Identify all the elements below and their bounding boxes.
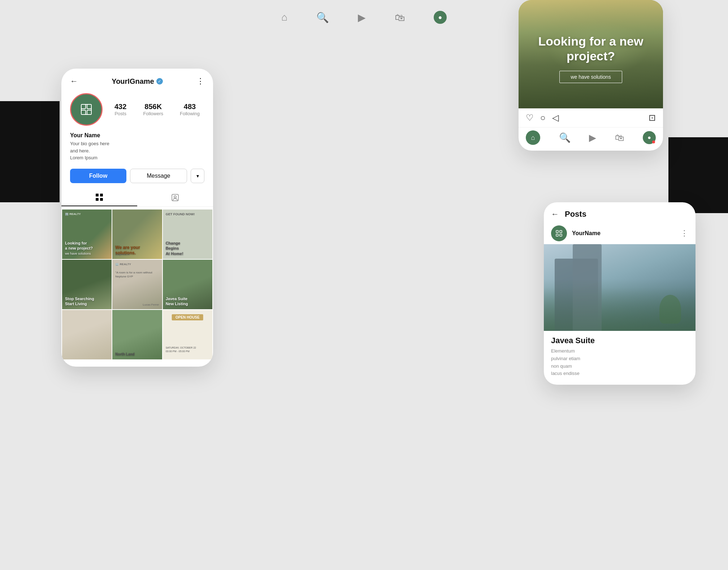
post-bottom-nav: ⌂ 🔍 ▶ 🛍 ● <box>519 127 663 151</box>
followers-label: Followers <box>143 111 163 116</box>
post-main-photo <box>544 244 696 331</box>
like-icon[interactable]: ♡ <box>526 113 534 123</box>
post-cta-button[interactable]: we have solutions <box>559 71 622 83</box>
grid-cell-4[interactable]: Stop SearchingStart Living <box>62 260 112 309</box>
svg-rect-3 <box>87 110 91 115</box>
posts-user-row: YourName ⋮ <box>544 223 696 244</box>
share-icon[interactable]: ◁ <box>552 113 559 123</box>
profile-bio: Your bio goes here and here. Lorem Ipsum <box>70 140 204 161</box>
grid-cell-1[interactable]: 🏢 REALTY Looking fora new project?we hav… <box>62 210 112 259</box>
grid-cell-2[interactable]: We are yoursolutions. Salpinua.in <box>112 210 162 259</box>
svg-rect-16 <box>556 234 558 236</box>
svg-point-13 <box>174 196 176 198</box>
profile-info: Your Name Your bio goes here and here. L… <box>61 129 213 166</box>
profile-header: ← YourIGname ✓ ⋮ <box>61 69 213 90</box>
posts-more-icon[interactable]: ⋮ <box>680 229 688 238</box>
posts-back-button[interactable]: ← <box>551 210 559 219</box>
posts-page-title: Posts <box>565 210 586 219</box>
profile-icon[interactable]: ● <box>434 11 447 24</box>
post-caption-title: Javea Suite <box>551 336 688 345</box>
profile-actions: Follow Message ▾ <box>61 166 213 186</box>
open-house-badge: OPEN HOUSE <box>172 314 203 320</box>
bottom-home-icon[interactable]: ⌂ <box>526 130 540 145</box>
post-main-title: Looking for a new project? <box>526 34 656 64</box>
posts-grid: 🏢 REALTY Looking fora new project?we hav… <box>61 210 213 360</box>
following-stat: 483 Following <box>180 103 200 116</box>
phone-post-top: Looking for a new project? we have solut… <box>519 0 663 151</box>
posts-count: 432 <box>114 103 126 111</box>
following-count: 483 <box>180 103 200 111</box>
more-menu-icon[interactable]: ⋮ <box>196 77 204 86</box>
svg-rect-14 <box>556 230 558 233</box>
svg-rect-11 <box>100 198 103 201</box>
bottom-shop-icon[interactable]: 🛍 <box>615 132 624 143</box>
bookmark-icon[interactable]: ⊡ <box>649 113 656 123</box>
post-caption-area: Javea Suite Elementum pulvinar etiam non… <box>544 331 696 377</box>
verified-badge: ✓ <box>156 78 163 85</box>
post-caption-body: Elementum pulvinar etiam non quam lacus … <box>551 347 688 377</box>
followers-stat: 856K Followers <box>143 103 163 116</box>
phone-posts-bottom: ← Posts YourName ⋮ Javea Suite Elementum… <box>544 202 696 385</box>
posts-header: ← Posts <box>544 202 696 223</box>
post-overlay-content: Looking for a new project? we have solut… <box>519 27 663 90</box>
post-action-bar: ♡ ○ ◁ ⊡ <box>519 108 663 127</box>
tab-tagged[interactable] <box>137 189 213 206</box>
black-bar-left <box>0 101 60 202</box>
grid-cell-9[interactable]: OPEN HOUSE SATURDAY, OCTOBER 2203:00 PM … <box>163 310 212 359</box>
svg-rect-15 <box>560 230 562 233</box>
profile-tabs <box>61 189 213 207</box>
posts-user-avatar <box>551 225 567 241</box>
avatar <box>70 93 103 126</box>
back-button[interactable]: ← <box>70 77 78 86</box>
bottom-play-icon[interactable]: ▶ <box>589 132 596 143</box>
grid-cell-5[interactable]: 🏢 REALTY "A room is for a room withoutNe… <box>112 260 162 309</box>
stats-numbers: 432 Posts 856K Followers 483 Following <box>110 103 204 116</box>
grid-cell-8[interactable]: North Land <box>112 310 162 359</box>
profile-stats: 432 Posts 856K Followers 483 Following <box>61 90 213 129</box>
posts-stat: 432 Posts <box>114 103 126 116</box>
search-icon[interactable]: 🔍 <box>316 12 329 23</box>
grid-cell-6[interactable]: Javea SuiteNew Listing <box>163 260 212 309</box>
bottom-search-icon[interactable]: 🔍 <box>559 132 571 143</box>
bottom-profile-icon[interactable]: ● <box>643 131 656 144</box>
svg-rect-10 <box>96 198 99 201</box>
tab-grid[interactable] <box>61 189 137 206</box>
svg-rect-8 <box>96 194 99 197</box>
follow-button[interactable]: Follow <box>70 169 126 183</box>
profile-username: YourIGname <box>112 77 154 86</box>
posts-label: Posts <box>114 111 126 116</box>
shop-icon[interactable]: 🛍 <box>395 12 405 23</box>
svg-rect-1 <box>87 104 91 109</box>
post-top-image: Looking for a new project? we have solut… <box>519 0 663 108</box>
header-username-group: YourIGname ✓ <box>112 77 162 86</box>
dropdown-button[interactable]: ▾ <box>191 169 204 183</box>
svg-rect-0 <box>81 104 86 109</box>
play-icon[interactable]: ▶ <box>358 12 366 23</box>
grid-cell-7[interactable] <box>62 310 112 359</box>
comment-icon[interactable]: ○ <box>540 113 546 123</box>
svg-rect-9 <box>100 194 103 197</box>
svg-rect-17 <box>560 234 562 236</box>
posts-username: YourName <box>572 230 675 237</box>
grid-cell-3[interactable]: GET FOUND NOW! ChangeBeginsAt Home! <box>163 210 212 259</box>
message-button[interactable]: Message <box>130 169 187 183</box>
home-icon[interactable]: ⌂ <box>281 12 287 23</box>
profile-display-name: Your Name <box>70 132 204 139</box>
phone-profile: ← YourIGname ✓ ⋮ 432 Posts <box>61 69 213 367</box>
svg-rect-2 <box>81 110 86 115</box>
followers-count: 856K <box>143 103 163 111</box>
following-label: Following <box>180 111 200 116</box>
